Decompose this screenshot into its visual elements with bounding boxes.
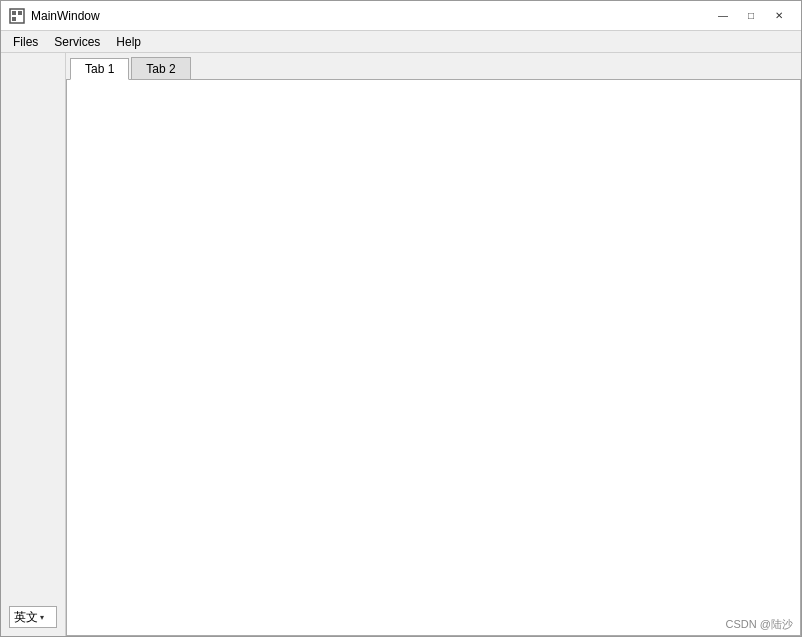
title-bar-left: MainWindow — [9, 8, 100, 24]
sidebar: 英文 ▾ — [1, 53, 66, 636]
menu-item-files[interactable]: Files — [5, 31, 46, 53]
menu-bar: Files Services Help — [1, 31, 801, 53]
minimize-button[interactable]: — — [709, 6, 737, 26]
svg-rect-3 — [12, 17, 16, 21]
window-title: MainWindow — [31, 9, 100, 23]
tab-2[interactable]: Tab 2 — [131, 57, 190, 79]
svg-rect-1 — [12, 11, 16, 15]
tab-1[interactable]: Tab 1 — [70, 58, 129, 80]
menu-item-services[interactable]: Services — [46, 31, 108, 53]
chevron-down-icon: ▾ — [40, 613, 44, 622]
title-bar: MainWindow — □ ✕ — [1, 1, 801, 31]
menu-item-help[interactable]: Help — [108, 31, 149, 53]
maximize-button[interactable]: □ — [737, 6, 765, 26]
main-window: MainWindow — □ ✕ Files Services Help 英文 … — [0, 0, 802, 637]
language-text: 英文 — [14, 609, 38, 626]
close-button[interactable]: ✕ — [765, 6, 793, 26]
window-icon — [9, 8, 25, 24]
tab-area: Tab 1 Tab 2 — [66, 53, 801, 636]
svg-rect-2 — [18, 11, 22, 15]
watermark: CSDN @陆沙 — [726, 617, 793, 632]
tab-content — [66, 80, 801, 636]
language-selector[interactable]: 英文 ▾ — [9, 606, 57, 628]
tab-bar: Tab 1 Tab 2 — [66, 53, 801, 80]
main-content: 英文 ▾ Tab 1 Tab 2 — [1, 53, 801, 636]
title-bar-controls: — □ ✕ — [709, 6, 793, 26]
